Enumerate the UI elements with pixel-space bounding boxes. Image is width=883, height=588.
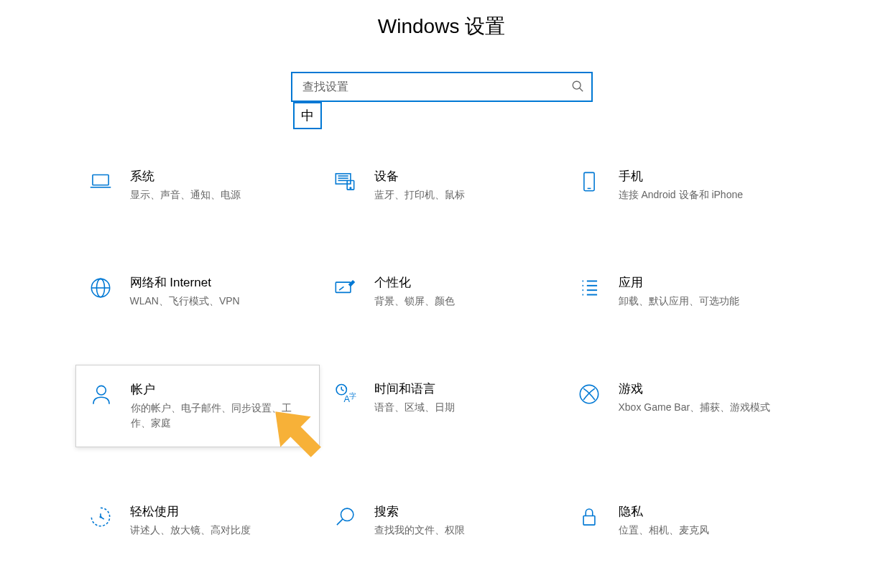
- svg-point-9: [350, 187, 351, 189]
- phone-icon: [575, 168, 603, 195]
- tile-phone[interactable]: 手机 连接 Android 设备和 iPhone: [564, 159, 808, 211]
- tile-desc: 连接 Android 设备和 iPhone: [619, 187, 797, 202]
- lock-icon: [575, 503, 603, 531]
- tile-desc: WLAN、飞行模式、VPN: [130, 294, 308, 309]
- ime-indicator[interactable]: 中: [293, 102, 322, 129]
- tile-desc: 蓝牙、打印机、鼠标: [374, 187, 553, 202]
- tile-title: 手机: [619, 168, 797, 185]
- tile-title: 个性化: [374, 274, 553, 291]
- svg-point-33: [341, 508, 353, 521]
- tile-title: 轻松使用: [130, 503, 308, 520]
- tile-ease-of-access[interactable]: 轻松使用 讲述人、放大镜、高对比度: [75, 495, 320, 546]
- tile-title: 应用: [619, 274, 797, 291]
- tile-title: 游戏: [619, 381, 797, 397]
- search-input[interactable]: [291, 72, 593, 102]
- tile-network[interactable]: 网络和 Internet WLAN、飞行模式、VPN: [75, 266, 320, 317]
- tile-title: 隐私: [619, 503, 797, 520]
- tile-devices[interactable]: 设备 蓝牙、打印机、鼠标: [320, 159, 564, 211]
- svg-line-16: [339, 286, 343, 290]
- svg-point-25: [96, 386, 106, 395]
- tile-time-language[interactable]: A 字 时间和语言 语音、区域、日期: [320, 372, 564, 440]
- tile-title: 帐户: [131, 381, 308, 398]
- tile-desc: 显示、声音、通知、电源: [130, 187, 308, 202]
- tile-title: 搜索: [374, 503, 553, 520]
- tile-title: 网络和 Internet: [130, 274, 308, 291]
- svg-rect-35: [583, 515, 595, 525]
- globe-icon: [87, 274, 114, 302]
- tile-gaming[interactable]: 游戏 Xbox Game Bar、捕获、游戏模式: [564, 372, 808, 440]
- tile-apps[interactable]: 应用 卸载、默认应用、可选功能: [564, 266, 808, 317]
- svg-text:字: 字: [349, 392, 356, 400]
- tile-title: 时间和语言: [374, 381, 553, 397]
- page-title: Windows 设置: [0, 0, 883, 40]
- tile-personalization[interactable]: 个性化 背景、锁屏、颜色: [320, 266, 564, 317]
- svg-rect-2: [92, 175, 108, 185]
- tile-desc: 卸载、默认应用、可选功能: [619, 294, 797, 309]
- tile-desc: 查找我的文件、权限: [374, 523, 553, 538]
- tile-desc: 位置、相机、麦克风: [619, 523, 797, 538]
- tile-desc: 你的帐户、电子邮件、同步设置、工作、家庭: [131, 401, 308, 431]
- devices-icon: [331, 168, 359, 195]
- magnifier-icon: [331, 503, 359, 531]
- tile-title: 系统: [130, 168, 308, 185]
- search-container: 中: [291, 72, 593, 102]
- svg-line-28: [341, 390, 343, 391]
- tile-search[interactable]: 搜索 查找我的文件、权限: [320, 495, 564, 546]
- tile-accounts[interactable]: 帐户 你的帐户、电子邮件、同步设置、工作、家庭: [75, 365, 320, 447]
- time-language-icon: A 字: [331, 381, 359, 408]
- tile-privacy[interactable]: 隐私 位置、相机、麦克风: [564, 495, 808, 546]
- person-icon: [88, 381, 115, 409]
- tile-desc: 讲述人、放大镜、高对比度: [130, 523, 308, 538]
- xbox-icon: [575, 381, 603, 408]
- svg-point-31: [580, 385, 598, 403]
- svg-line-34: [336, 519, 342, 525]
- svg-point-32: [99, 515, 101, 518]
- tile-desc: 语音、区域、日期: [374, 400, 553, 415]
- tile-system[interactable]: 系统 显示、声音、通知、电源: [75, 159, 320, 211]
- apps-list-icon: [575, 274, 603, 302]
- tile-desc: 背景、锁屏、颜色: [374, 294, 553, 309]
- tile-title: 设备: [374, 168, 553, 185]
- settings-grid: 系统 显示、声音、通知、电源 设备 蓝牙、打印机、鼠标: [75, 159, 808, 588]
- tile-desc: Xbox Game Bar、捕获、游戏模式: [619, 400, 797, 415]
- laptop-icon: [87, 168, 114, 195]
- paint-icon: [331, 274, 359, 302]
- ease-of-access-icon: [87, 503, 114, 531]
